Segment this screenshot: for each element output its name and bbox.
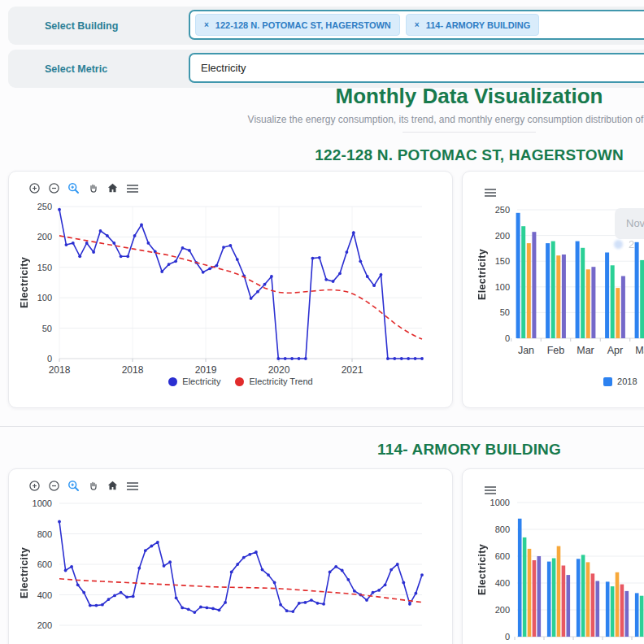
svg-text:0: 0 bbox=[505, 333, 510, 343]
svg-text:2021: 2021 bbox=[342, 364, 363, 376]
svg-text:200: 200 bbox=[495, 231, 510, 241]
svg-text:800: 800 bbox=[37, 529, 52, 539]
svg-text:May: May bbox=[635, 345, 644, 356]
legend-label: Electricity Trend bbox=[249, 376, 312, 386]
line-chart-legend: ElectricityElectricity Trend bbox=[59, 376, 422, 386]
svg-text:200: 200 bbox=[37, 620, 52, 630]
fading-tooltip-row: 2 bbox=[614, 238, 634, 250]
line-chart-card-building-1: Electricity 0501001502002502018201820192… bbox=[8, 171, 453, 408]
building-tag[interactable]: × 114- ARMORY BUILDING bbox=[406, 14, 539, 36]
svg-text:50: 50 bbox=[500, 307, 510, 317]
svg-text:2018: 2018 bbox=[49, 364, 71, 376]
svg-text:150: 150 bbox=[495, 256, 510, 266]
tooltip-value: 2 bbox=[629, 238, 634, 250]
subtitle-divider bbox=[402, 132, 536, 133]
section-heading-building-1: 122-128 N. POTOMAC ST, HAGERSTOWN bbox=[0, 146, 644, 164]
box-zoom-icon[interactable] bbox=[67, 480, 80, 492]
zoom-in-icon[interactable] bbox=[28, 480, 41, 492]
menu-icon[interactable] bbox=[484, 188, 497, 198]
svg-text:200: 200 bbox=[37, 232, 52, 242]
building-tag-label: 114- ARMORY BUILDING bbox=[426, 20, 531, 30]
svg-text:600: 600 bbox=[495, 551, 510, 561]
svg-text:100: 100 bbox=[37, 293, 52, 302]
building-tag[interactable]: × 122-128 N. POTOMAC ST, HAGERSTOWN bbox=[195, 14, 400, 36]
menu-icon[interactable] bbox=[484, 485, 497, 495]
legend-item[interactable]: 2018 bbox=[603, 376, 637, 386]
section-heading-building-2: 114- ARMORY BUILDING bbox=[0, 441, 644, 459]
pan-icon[interactable] bbox=[87, 182, 99, 194]
pan-icon[interactable] bbox=[87, 480, 99, 492]
svg-text:250: 250 bbox=[495, 205, 510, 215]
svg-text:800: 800 bbox=[495, 524, 510, 534]
svg-text:2018: 2018 bbox=[122, 364, 144, 376]
zoom-out-icon[interactable] bbox=[48, 480, 60, 492]
svg-text:1000: 1000 bbox=[490, 498, 510, 507]
bar-chart-legend: 2018201920202021 bbox=[463, 376, 644, 386]
metric-filter-row: Select Metric Electricity bbox=[8, 50, 644, 88]
menu-icon[interactable] bbox=[126, 481, 139, 491]
building-tag-label: 122-128 N. POTOMAC ST, HAGERSTOWN bbox=[215, 20, 391, 30]
menu-icon[interactable] bbox=[126, 184, 139, 194]
svg-text:Jan: Jan bbox=[518, 345, 534, 356]
zoom-in-icon[interactable] bbox=[28, 182, 41, 194]
metric-filter-label: Select Metric bbox=[45, 50, 107, 88]
tooltip-month: Nov bbox=[626, 217, 644, 229]
legend-swatch-icon bbox=[603, 377, 612, 386]
home-icon[interactable] bbox=[107, 480, 119, 492]
remove-tag-icon[interactable]: × bbox=[415, 20, 420, 29]
bar-chart-card-building-1: Electricity 050100150200250JanFebMarAprM… bbox=[462, 171, 644, 408]
svg-text:2019: 2019 bbox=[195, 364, 217, 376]
svg-text:Mar: Mar bbox=[577, 345, 594, 356]
svg-text:Apr: Apr bbox=[607, 345, 623, 356]
building-filter-row: Select Building × 122-128 N. POTOMAC ST,… bbox=[8, 7, 644, 45]
svg-text:100: 100 bbox=[495, 282, 510, 292]
svg-text:0: 0 bbox=[505, 632, 510, 642]
svg-text:Feb: Feb bbox=[547, 345, 565, 356]
building-filter-label: Select Building bbox=[45, 7, 118, 45]
chart-toolbar bbox=[28, 182, 139, 194]
legend-label: Electricity bbox=[182, 376, 220, 386]
line-chart-card-building-2: Electricity 2004006008001000 Electricity… bbox=[8, 468, 453, 644]
b2bars-canvas[interactable]: 02004006008001000JanFebMarAprMayJunJulAu… bbox=[463, 469, 644, 644]
page-subtitle: Visualize the energy consumption, its tr… bbox=[0, 114, 644, 125]
metric-select[interactable]: Electricity bbox=[189, 53, 644, 83]
metric-value: Electricity bbox=[195, 62, 246, 74]
home-icon[interactable] bbox=[107, 182, 119, 194]
section-divider bbox=[0, 426, 644, 427]
b1line-canvas[interactable]: 05010015020025020182018201920202021 bbox=[9, 172, 452, 407]
page-title: Monthly Data Visualization bbox=[0, 84, 644, 109]
hover-tooltip: Nov bbox=[615, 208, 644, 239]
legend-item[interactable]: Electricity bbox=[168, 376, 220, 386]
chart-toolbar bbox=[28, 480, 139, 492]
remove-tag-icon[interactable]: × bbox=[204, 20, 209, 29]
b1bars-canvas[interactable]: 050100150200250JanFebMarAprMayJunJulAugS… bbox=[463, 172, 644, 407]
legend-item[interactable]: Electricity Trend bbox=[235, 376, 312, 386]
building-multiselect[interactable]: × 122-128 N. POTOMAC ST, HAGERSTOWN × 11… bbox=[189, 10, 644, 40]
svg-text:50: 50 bbox=[42, 324, 52, 333]
legend-label: 2018 bbox=[617, 376, 637, 386]
svg-text:400: 400 bbox=[495, 578, 510, 588]
bar-chart-card-building-2: Electricity 02004006008001000JanFebMarAp… bbox=[462, 468, 644, 644]
tooltip-series-dot-icon bbox=[614, 240, 623, 249]
zoom-out-icon[interactable] bbox=[48, 182, 60, 194]
b2line-canvas[interactable]: 2004006008001000 bbox=[9, 469, 452, 644]
svg-text:1000: 1000 bbox=[33, 498, 52, 508]
svg-text:0: 0 bbox=[47, 354, 52, 363]
svg-text:2020: 2020 bbox=[268, 364, 290, 376]
svg-text:150: 150 bbox=[37, 263, 52, 272]
legend-swatch-icon bbox=[235, 377, 244, 386]
svg-text:200: 200 bbox=[495, 605, 510, 615]
svg-text:250: 250 bbox=[37, 202, 52, 211]
svg-text:400: 400 bbox=[37, 590, 52, 600]
legend-swatch-icon bbox=[168, 377, 177, 386]
box-zoom-icon[interactable] bbox=[67, 182, 80, 194]
svg-text:600: 600 bbox=[37, 559, 52, 569]
